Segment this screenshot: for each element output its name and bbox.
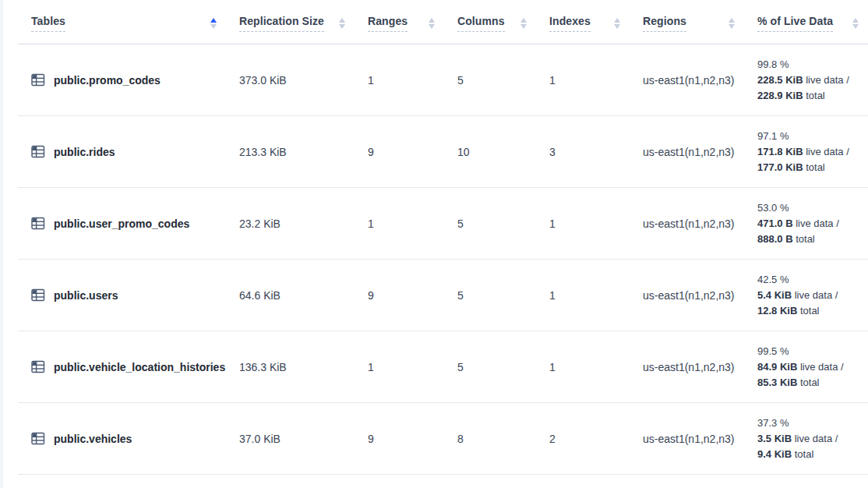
- sort-desc-icon[interactable]: [852, 24, 859, 29]
- table-name-link[interactable]: public.vehicles: [54, 433, 132, 445]
- table-row[interactable]: public.user_promo_codes 23.2 KiB 1 5 1 u…: [18, 188, 868, 260]
- sort-toggle[interactable]: [520, 18, 527, 29]
- sort-desc-icon[interactable]: [520, 24, 527, 29]
- sort-toggle[interactable]: [339, 18, 345, 29]
- sort-asc-icon[interactable]: [614, 18, 620, 23]
- live-size-label: live data /: [795, 289, 838, 301]
- total-size: 228.9 KiB: [757, 90, 803, 101]
- column-header-label[interactable]: Indexes: [549, 15, 591, 32]
- column-header-label[interactable]: Ranges: [368, 15, 408, 32]
- table-name-link[interactable]: public.user_promo_codes: [54, 217, 189, 230]
- table-row[interactable]: public.users 64.6 KiB 9 5 1 us-east1(n1,…: [18, 260, 868, 331]
- total-size: 888.0 B: [757, 233, 793, 245]
- columns-cell: 5: [444, 260, 536, 331]
- sort-asc-icon[interactable]: [210, 18, 217, 23]
- sort-asc-icon[interactable]: [520, 18, 527, 23]
- regions-cell: us-east1(n1,n2,n3): [630, 116, 744, 187]
- sort-desc-icon[interactable]: [339, 24, 345, 29]
- regions-cell: us-east1(n1,n2,n3): [630, 260, 744, 331]
- tables-table: Tables Replication Size Ranges Columns I…: [18, 3, 868, 475]
- sort-toggle[interactable]: [614, 18, 620, 29]
- table-row[interactable]: public.vehicle_location_histories 136.3 …: [18, 331, 868, 403]
- table-grid-icon: [31, 145, 45, 158]
- table-name-cell[interactable]: public.vehicles: [18, 403, 226, 474]
- replication-size-cell: 136.3 KiB: [226, 331, 355, 402]
- column-header-label[interactable]: % of Live Data: [757, 15, 833, 32]
- table-row[interactable]: public.vehicles 37.0 KiB 9 8 2 us-east1(…: [18, 403, 868, 475]
- total-size-label: total: [806, 161, 825, 173]
- table-grid-icon: [31, 432, 45, 445]
- live-size: 471.0 B: [757, 217, 793, 229]
- columns-cell: 5: [444, 188, 536, 259]
- table-name-cell[interactable]: public.promo_codes: [18, 44, 226, 115]
- regions-cell: us-east1(n1,n2,n3): [630, 331, 744, 402]
- live-size-label: live data /: [800, 361, 844, 373]
- column-header[interactable]: Tables: [18, 3, 226, 44]
- total-size-label: total: [800, 305, 820, 316]
- table-name-cell[interactable]: public.user_promo_codes: [18, 188, 226, 259]
- total-data-line: 9.4 KiB total: [757, 447, 838, 462]
- live-data-line: 84.9 KiB live data /: [757, 359, 844, 375]
- columns-cell: 5: [444, 44, 536, 115]
- table-header-row: Tables Replication Size Ranges Columns I…: [18, 3, 868, 44]
- table-row[interactable]: public.promo_codes 373.0 KiB 1 5 1 us-ea…: [18, 44, 868, 116]
- table-name-link[interactable]: public.rides: [54, 146, 115, 158]
- total-data-line: 177.0 KiB total: [757, 160, 849, 175]
- table-body: public.promo_codes 373.0 KiB 1 5 1 us-ea…: [18, 44, 868, 475]
- sort-toggle[interactable]: [429, 18, 435, 29]
- sort-toggle[interactable]: [729, 18, 735, 29]
- sort-asc-icon[interactable]: [429, 18, 435, 23]
- total-data-line: 12.8 KiB total: [757, 303, 838, 319]
- table-name-link[interactable]: public.vehicle_location_histories: [54, 361, 225, 373]
- live-data-line: 171.8 KiB live data /: [757, 144, 849, 160]
- page-edge-strip: [0, 0, 3, 488]
- column-header[interactable]: % of Live Data: [744, 3, 868, 44]
- replication-size-cell: 373.0 KiB: [226, 44, 355, 115]
- live-size-label: live data /: [795, 433, 838, 444]
- table-name-cell[interactable]: public.users: [18, 260, 226, 331]
- column-header[interactable]: Columns: [444, 3, 536, 44]
- sort-desc-icon[interactable]: [614, 24, 620, 29]
- sort-desc-icon[interactable]: [429, 24, 435, 29]
- live-data-cell: 97.1 % 171.8 KiB live data / 177.0 KiB t…: [744, 116, 868, 187]
- live-size-label: live data /: [806, 146, 849, 157]
- column-header[interactable]: Ranges: [355, 3, 444, 44]
- replication-size-cell: 213.3 KiB: [226, 116, 355, 187]
- total-data-line: 228.9 KiB total: [757, 88, 849, 104]
- live-percent: 42.5 %: [757, 272, 838, 288]
- sort-desc-icon[interactable]: [729, 24, 735, 29]
- sort-toggle[interactable]: [852, 18, 859, 29]
- total-size-label: total: [795, 448, 814, 460]
- column-header-label[interactable]: Regions: [643, 15, 686, 32]
- column-header[interactable]: Indexes: [536, 3, 630, 44]
- live-percent: 99.5 %: [757, 344, 844, 359]
- column-header-label[interactable]: Columns: [457, 15, 505, 32]
- table-name-link[interactable]: public.promo_codes: [54, 74, 161, 87]
- table-name-link[interactable]: public.users: [54, 289, 118, 302]
- column-header-label[interactable]: Tables: [31, 15, 65, 32]
- sort-asc-icon[interactable]: [339, 18, 345, 23]
- columns-cell: 10: [444, 116, 536, 187]
- column-header[interactable]: Replication Size: [226, 3, 355, 44]
- total-data-line: 85.3 KiB total: [757, 375, 844, 391]
- live-data-cell: 37.3 % 3.5 KiB live data / 9.4 KiB total: [744, 403, 868, 474]
- sort-toggle[interactable]: [210, 18, 217, 29]
- total-size: 12.8 KiB: [757, 305, 797, 316]
- live-size: 228.5 KiB: [757, 74, 803, 86]
- live-data-line: 471.0 B live data /: [757, 216, 839, 232]
- live-data-line: 5.4 KiB live data /: [757, 288, 838, 303]
- regions-cell: us-east1(n1,n2,n3): [630, 44, 744, 115]
- column-header[interactable]: Regions: [630, 3, 744, 44]
- indexes-cell: 2: [536, 403, 630, 474]
- sort-asc-icon[interactable]: [729, 18, 735, 23]
- column-header-label[interactable]: Replication Size: [239, 15, 324, 32]
- sort-asc-icon[interactable]: [852, 18, 859, 23]
- indexes-cell: 1: [536, 44, 630, 115]
- table-name-cell[interactable]: public.rides: [18, 116, 226, 187]
- columns-cell: 5: [444, 331, 536, 402]
- sort-desc-icon[interactable]: [210, 24, 217, 29]
- table-name-cell[interactable]: public.vehicle_location_histories: [18, 331, 226, 402]
- indexes-cell: 1: [536, 331, 630, 402]
- table-row[interactable]: public.rides 213.3 KiB 9 10 3 us-east1(n…: [18, 116, 868, 188]
- total-size: 177.0 KiB: [757, 161, 803, 173]
